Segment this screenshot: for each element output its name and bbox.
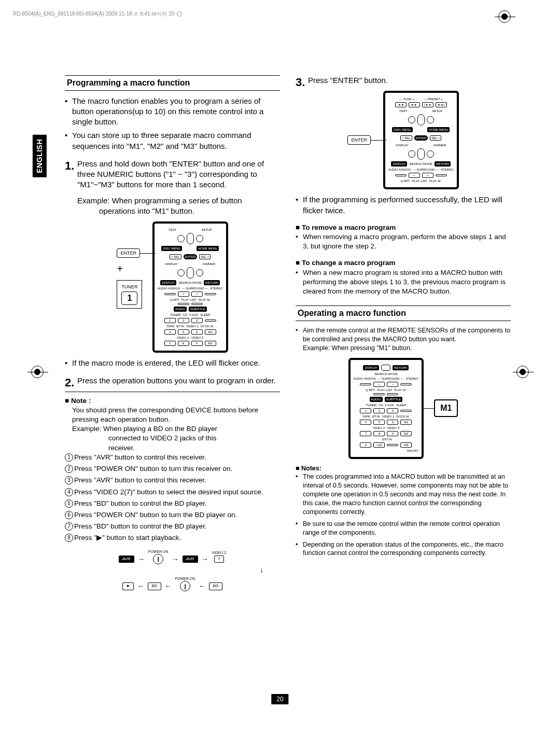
circled-step-1: Press "AVR" button to control this recei… xyxy=(74,453,280,462)
step-3-text: Press "ENTER" button. xyxy=(308,76,388,85)
note-heading: ■ Note : xyxy=(65,396,280,406)
step-3: 3. Press "ENTER" button. xyxy=(296,75,511,86)
callout-enter-2: ENTER xyxy=(347,135,371,145)
note-example-line3: receiver. xyxy=(65,443,280,453)
step-1: 1. Press and hold down both "ENTER" butt… xyxy=(65,159,280,190)
tuner-label: TUNER xyxy=(121,284,137,290)
note-body-1: You should press the corresponding DEVIC… xyxy=(65,406,280,424)
circled-step-3: Press "AVR" button to control this recei… xyxy=(74,476,280,485)
button-flow: AVR → POWER ON ❙ → AVR → VIDEO 2 7 ↓ xyxy=(65,549,280,592)
tuner-key-block: TUNER 1 xyxy=(117,280,142,309)
remove-heading: ■ To remove a macro program xyxy=(296,223,511,232)
intro-bullet-2: You can store up to three separate macro… xyxy=(72,130,280,151)
circled-step-5: Press "BD" button to control the BD play… xyxy=(74,499,280,508)
remove-block: ■ To remove a macro program When removin… xyxy=(296,223,511,252)
notes-heading: ■ Notes: xyxy=(296,464,511,473)
figure-step1: ENTER + TUNER 1 TESTSETUP DISC MENUHOME … xyxy=(65,221,280,353)
flow-video2-7: 7 xyxy=(214,555,223,563)
note-example-line2: connected to VIDEO 2 jacks of this xyxy=(65,434,280,443)
notes-item-2: Be sure to use the remote control within… xyxy=(303,520,511,537)
step-1-text: Press and hold down both "ENTER" button … xyxy=(77,159,264,189)
tuner-key-1: 1 xyxy=(121,291,137,305)
operating-example: Example: When pressing "M1" button. xyxy=(303,344,412,352)
remove-body: When removing a macro program, perform t… xyxy=(303,232,511,251)
registration-mark-top xyxy=(498,10,511,23)
step-2-num: 2. xyxy=(65,375,74,391)
remote-diagram-3: DISPLAYRETURN SEARCH MODE AUDIO ASSIGN— … xyxy=(348,358,424,459)
flow-avr-2: AVR xyxy=(183,555,198,563)
note-block: ■ Note : You should press the correspond… xyxy=(65,396,280,543)
notes-item-3: Depending on the operation status of the… xyxy=(303,540,511,558)
step-1-example-line2: operations into "M1" button. xyxy=(65,206,280,216)
change-block: ■ To change a macro program When a new m… xyxy=(296,258,511,296)
flow-power-2: ❙ xyxy=(180,581,190,591)
print-header: RD-8504(A)_ENG_091118:RD-8504(A) 2009-11… xyxy=(13,10,547,18)
circled-step-6: Press "POWER ON" button to turn the BD p… xyxy=(74,510,280,520)
figure-step3: ENTER — TUNE +— PRESET + ◄◄►►|◄◄►►| TEST… xyxy=(296,91,511,189)
intro-bullets: The macro function enables you to progra… xyxy=(65,96,280,151)
remote-diagram-1: TESTSETUP DISC MENUHOME MENU < SELENTERS… xyxy=(152,221,228,353)
registration-mark-right xyxy=(516,366,529,378)
language-tab: ENGLISH xyxy=(33,135,47,177)
circled-step-8: Press "▶" button to start playback. xyxy=(74,533,280,543)
intro-bullet-1: The macro function enables you to progra… xyxy=(72,96,280,128)
flow-power-1: ❙ xyxy=(153,554,163,564)
callout-enter: ENTER xyxy=(117,248,140,258)
change-body: When a new macro program is stored into … xyxy=(303,268,511,297)
step-3-num: 3. xyxy=(296,75,305,90)
remote-diagram-2: — TUNE +— PRESET + ◄◄►►|◄◄►►| TESTSETUP … xyxy=(383,91,459,189)
section-heading-programming: Programming a macro function xyxy=(65,75,280,91)
notes-item-1: The codes programmed into a MACRO button… xyxy=(303,473,511,516)
circled-step-2: Press "POWER ON" button to turn this rec… xyxy=(74,464,280,474)
flow-bd-2: BD xyxy=(148,582,161,590)
step3-post-bullet: If the programming is performed successf… xyxy=(296,195,511,216)
step1-post-bullet: If the macro mode is entered, the LED wi… xyxy=(65,358,280,368)
notes-block: ■ Notes: The codes programmed into a MAC… xyxy=(296,464,511,558)
operating-bullet: Aim the remote control at the REMOTE SEN… xyxy=(296,326,511,353)
flow-avr-1: AVR xyxy=(119,555,134,563)
circled-step-7: Press "BD" button to control the BD play… xyxy=(74,522,280,531)
flow-bd-1: BD xyxy=(209,582,222,590)
right-column: 3. Press "ENTER" button. ENTER — TUNE +—… xyxy=(296,75,511,591)
plus-symbol: + xyxy=(117,262,152,276)
step1-post-bullet-1: If the macro mode is entered, the LED wi… xyxy=(72,358,280,368)
page-number: 20 xyxy=(271,694,288,704)
step-1-example: Example: When programming a series of bu… xyxy=(65,196,280,206)
operating-bullet-1: Aim the remote control at the REMOTE SEN… xyxy=(303,326,511,353)
flow-play: ► xyxy=(122,582,134,590)
figure-operating: DISPLAYRETURN SEARCH MODE AUDIO ASSIGN— … xyxy=(296,358,511,459)
registration-mark-left xyxy=(31,366,44,378)
change-heading: ■ To change a macro program xyxy=(296,258,511,268)
step3-post-bullet-1: If the programming is performed successf… xyxy=(303,195,511,216)
section-heading-operating: Operating a macro function xyxy=(296,305,511,321)
step-2: 2. Press the operation buttons you want … xyxy=(65,376,280,386)
circled-step-4: Press "VIDEO 2(7)" button to select the … xyxy=(74,488,280,497)
note-example-line1: Example: When playing a BD on the BD pla… xyxy=(65,424,280,434)
left-column: Programming a macro function The macro f… xyxy=(65,75,280,591)
callout-m1: M1 xyxy=(434,399,458,417)
circled-steps: Press "AVR" button to control this recei… xyxy=(65,453,280,543)
step-2-text: Press the operation buttons you want to … xyxy=(77,376,276,385)
step-1-num: 1. xyxy=(65,158,74,174)
